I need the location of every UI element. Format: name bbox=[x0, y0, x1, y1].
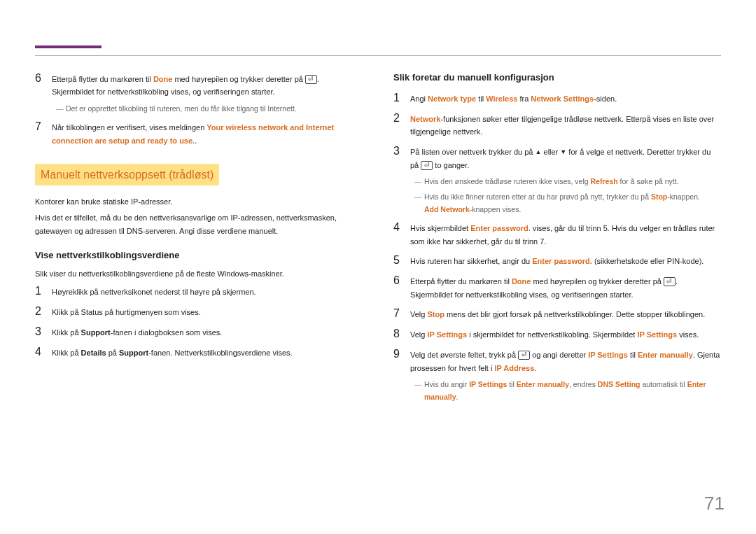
text: -fanen i dialogboksen som vises. bbox=[111, 328, 223, 337]
text: i skjermbildet for nettverkstilkobling. … bbox=[467, 330, 637, 339]
keyword: Enter password. bbox=[532, 257, 592, 265]
step-number: 1 bbox=[35, 283, 52, 299]
dash-icon: ― bbox=[56, 103, 66, 115]
step-body: Angi Network type til Wireless fra Netwo… bbox=[410, 90, 721, 106]
note: ― Hvis du ikke finner ruteren etter at d… bbox=[414, 191, 721, 216]
note-text: Det er opprettet tilkobling til ruteren,… bbox=[66, 103, 297, 115]
left-step-6: 6 Etterpå flytter du markøren til Done m… bbox=[35, 70, 363, 99]
page-number: 71 bbox=[704, 488, 724, 519]
right-step-5: 5 Hvis ruteren har sikkerhet, angir du E… bbox=[393, 252, 721, 268]
enter-key-icon: ⏎ bbox=[305, 75, 317, 84]
keyword: Network type bbox=[428, 94, 476, 103]
text: Hvis du angir bbox=[424, 380, 469, 388]
keyword: IP Settings bbox=[637, 330, 677, 339]
keyword: Network Settings bbox=[531, 94, 594, 103]
text: Velg bbox=[410, 330, 427, 339]
step-body: Klikk på Support-fanen i dialogboksen so… bbox=[52, 323, 363, 339]
keyword: Add Network bbox=[424, 205, 470, 213]
note: ― Det er opprettet tilkobling til rutere… bbox=[56, 103, 363, 115]
keyword-support: Support bbox=[119, 349, 148, 357]
text: fra bbox=[517, 94, 531, 103]
text: . bbox=[534, 364, 536, 372]
keyword: Enter password. bbox=[470, 224, 531, 232]
note-text: Hvis du angir IP Settings til Enter manu… bbox=[424, 379, 721, 404]
right-step-7: 7 Velg Stop mens det blir gjort forsøk p… bbox=[393, 305, 721, 321]
left-step-7: 7 Når tilkoblingen er verifisert, vises … bbox=[35, 118, 363, 147]
text: eller bbox=[541, 148, 560, 156]
step-number: 2 bbox=[393, 110, 410, 139]
note: ― Hvis du angir IP Settings til Enter ma… bbox=[414, 379, 721, 404]
dash-icon: ― bbox=[414, 191, 424, 216]
step-body: Hvis ruteren har sikkerhet, angir du Ent… bbox=[410, 252, 721, 268]
section-title-wrap: Manuelt nettverksoppsett (trådløst) bbox=[35, 151, 363, 192]
text: Hvis ruteren har sikkerhet, angir du bbox=[410, 257, 532, 265]
keyword-done: Done bbox=[153, 75, 173, 83]
keyword: Stop bbox=[427, 310, 444, 318]
keyword-support: Support bbox=[81, 328, 111, 337]
step-body: På listen over nettverk trykker du på ▲ … bbox=[410, 143, 721, 171]
step-body: Hvis skjermbildet Enter password. vises,… bbox=[410, 219, 721, 248]
right-step-4: 4 Hvis skjermbildet Enter password. vise… bbox=[393, 219, 721, 248]
horizontal-rule bbox=[35, 55, 721, 56]
text: -knappen. bbox=[667, 192, 700, 201]
text: til bbox=[628, 351, 638, 359]
text: for å søke på nytt. bbox=[618, 177, 679, 185]
accent-stripe bbox=[35, 45, 102, 48]
text: og angi deretter bbox=[530, 351, 588, 359]
step-number: 5 bbox=[393, 252, 410, 268]
page: 6 Etterpå flytter du markøren til Done m… bbox=[0, 0, 756, 534]
text: Hvis skjermbildet bbox=[410, 224, 470, 232]
text: Hvis den ønskede trådløse ruteren ikke v… bbox=[424, 177, 591, 185]
intro-1: Kontorer kan bruke statiske IP-adresser. bbox=[35, 195, 363, 209]
step-number: 2 bbox=[35, 303, 52, 319]
keyword: Stop bbox=[651, 192, 667, 201]
step-number: 1 bbox=[393, 90, 410, 106]
step-body: Når tilkoblingen er verifisert, vises me… bbox=[52, 118, 363, 147]
sub-title: Slik foretar du manuell konfigurasjon bbox=[393, 70, 721, 85]
enter-key-icon: ⏎ bbox=[518, 351, 530, 360]
sub-title: Vise nettverkstilkoblingsverdiene bbox=[35, 248, 363, 263]
keyword: IP Address bbox=[494, 364, 534, 372]
text: Angi bbox=[410, 94, 428, 103]
step-number: 7 bbox=[393, 305, 410, 321]
text: Når tilkoblingen er verifisert, vises me… bbox=[52, 123, 206, 132]
intro-2: Hvis det er tilfellet, må du be den nett… bbox=[35, 211, 363, 237]
text: med høyrepilen og trykker deretter på bbox=[172, 75, 305, 83]
step-body: Høyreklikk på nettverksikonet nederst ti… bbox=[52, 283, 363, 299]
step-body: Etterpå flytter du markøren til Done med… bbox=[52, 70, 363, 99]
step-number: 6 bbox=[393, 272, 410, 301]
right-step-2: 2 Network-funksjonen søker etter tilgjen… bbox=[393, 110, 721, 139]
section-title: Manuelt nettverksoppsett (trådløst) bbox=[35, 164, 219, 185]
text: Etterpå flytter du markøren til bbox=[410, 277, 512, 286]
dash-icon: ― bbox=[414, 379, 424, 404]
text: Hvis du ikke finner ruteren etter at du … bbox=[424, 192, 651, 201]
step-number: 3 bbox=[393, 143, 410, 171]
text: med høyrepilen og trykker deretter på bbox=[531, 277, 664, 286]
step-number: 8 bbox=[393, 325, 410, 342]
step-body: Etterpå flytter du markøren til Done med… bbox=[410, 272, 721, 301]
text: -siden. bbox=[594, 94, 617, 103]
step-number: 4 bbox=[35, 344, 52, 360]
note: ― Hvis den ønskede trådløse ruteren ikke… bbox=[414, 176, 721, 188]
left-sub-step-4: 4 Klikk på Details på Support-fanen. Net… bbox=[35, 344, 363, 360]
right-step-1: 1 Angi Network type til Wireless fra Net… bbox=[393, 90, 721, 106]
step-body: Klikk på Details på Support-fanen. Nettv… bbox=[52, 344, 363, 360]
note-text: Hvis du ikke finner ruteren etter at du … bbox=[424, 191, 700, 216]
keyword: IP Settings bbox=[427, 330, 467, 339]
text: Velg det øverste feltet, trykk på bbox=[410, 351, 518, 359]
header-stripe bbox=[35, 35, 721, 48]
text: -fanen. Nettverkstilkoblingsverdiene vis… bbox=[148, 349, 292, 357]
keyword: Enter manually bbox=[638, 351, 693, 359]
step-body: Velg det øverste feltet, trykk på ⏎ og a… bbox=[410, 346, 721, 374]
note-text: Hvis den ønskede trådløse ruteren ikke v… bbox=[424, 176, 679, 188]
keyword: Enter manually bbox=[517, 380, 569, 388]
step-body: Klikk på Status på hurtigmenyen som vise… bbox=[52, 303, 363, 319]
step-number: 7 bbox=[35, 118, 52, 147]
step-number: 3 bbox=[35, 323, 52, 339]
right-step-6: 6 Etterpå flytter du markøren til Done m… bbox=[393, 272, 721, 301]
keyword-details: Details bbox=[81, 349, 106, 357]
two-column-layout: 6 Etterpå flytter du markøren til Done m… bbox=[35, 70, 721, 407]
text: to ganger. bbox=[433, 161, 469, 169]
text: Velg bbox=[410, 310, 427, 318]
sub-intro: Slik viser du nettverkstilkoblingsverdie… bbox=[35, 267, 363, 281]
